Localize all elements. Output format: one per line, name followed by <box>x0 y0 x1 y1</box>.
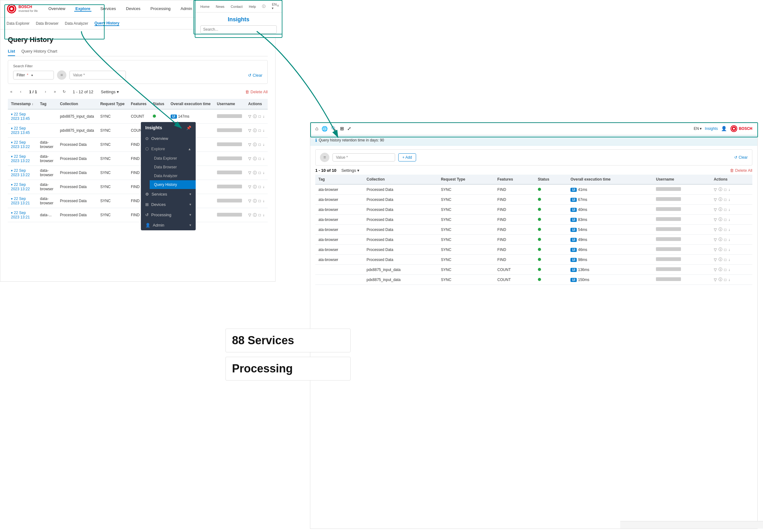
right-filter-action-icon-7[interactable]: ▽ <box>714 258 717 262</box>
expand-icon-0[interactable]: ▾ <box>11 112 13 116</box>
expand-icon-7[interactable]: ▾ <box>11 211 13 215</box>
right-download-action-icon-6[interactable]: ↓ <box>728 247 730 252</box>
right-grid-icon[interactable]: ⊞ <box>340 126 344 132</box>
timestamp-link-3[interactable]: 22 Sep 2023 13:22 <box>11 154 30 163</box>
right-copy-action-icon-0[interactable]: □ <box>724 187 726 192</box>
insights-search-input[interactable] <box>200 25 277 34</box>
nav-admin[interactable]: Admin <box>179 6 193 12</box>
nav-processing[interactable]: Processing <box>149 6 172 12</box>
timestamp-link-0[interactable]: 22 Sep 2023 13:45 <box>11 112 30 121</box>
right-search-icon[interactable]: 🔍 <box>331 126 337 132</box>
filter-action-icon-0[interactable]: ▽ <box>248 114 251 119</box>
right-copy-action-icon-2[interactable]: □ <box>724 208 726 212</box>
right-info-action-icon-5[interactable]: ⓘ <box>718 237 722 242</box>
right-download-action-icon-2[interactable]: ↓ <box>728 208 730 212</box>
sidebar-item-processing[interactable]: ↺ Processing ▾ <box>141 210 196 220</box>
copy-action-icon-3[interactable]: □ <box>259 156 261 161</box>
right-copy-action-icon-7[interactable]: □ <box>724 258 726 262</box>
sidebar-item-explore[interactable]: ⬡ Explore ▲ <box>141 144 196 154</box>
info-action-icon-3[interactable]: ⓘ <box>253 156 257 161</box>
right-copy-action-icon-1[interactable]: □ <box>724 198 726 202</box>
right-info-action-icon-6[interactable]: ⓘ <box>718 247 722 252</box>
sidebar-item-devices[interactable]: ⊞ Devices ▾ <box>141 199 196 210</box>
filter-action-icon-7[interactable]: ▽ <box>248 213 251 217</box>
expand-icon-3[interactable]: ▾ <box>11 155 13 158</box>
copy-action-icon-2[interactable]: □ <box>259 142 261 147</box>
right-copy-action-icon-4[interactable]: □ <box>724 227 726 232</box>
right-copy-action-icon-9[interactable]: □ <box>724 278 726 282</box>
refresh-btn[interactable]: ↻ <box>61 88 68 95</box>
timestamp-link-4[interactable]: 22 Sep 2023 13:22 <box>11 168 30 177</box>
right-download-action-icon-4[interactable]: ↓ <box>728 227 730 232</box>
lang-selector[interactable]: EN ▾ <box>694 127 702 131</box>
right-info-action-icon-0[interactable]: ⓘ <box>718 187 722 192</box>
sidebar-item-overview[interactable]: ⊙ Overview <box>141 133 196 144</box>
sidebar-sub-data-browser[interactable]: Data Browser <box>150 163 196 171</box>
filter-select[interactable]: Filter * <box>13 71 54 79</box>
sidebar-sub-query-history[interactable]: Query History <box>150 180 196 189</box>
right-info-action-icon-7[interactable]: ⓘ <box>718 257 722 262</box>
info-action-icon-0[interactable]: ⓘ <box>253 114 257 119</box>
nav-devices[interactable]: Devices <box>125 6 142 12</box>
sidebar-item-admin[interactable]: 👤 Admin ▾ <box>141 220 196 230</box>
right-download-action-icon-0[interactable]: ↓ <box>728 187 730 192</box>
right-info-action-icon-1[interactable]: ⓘ <box>718 197 722 202</box>
right-value-input[interactable] <box>333 153 395 161</box>
right-copy-action-icon-3[interactable]: □ <box>724 218 726 222</box>
subnav-data-analyzer[interactable]: Data Analyzer <box>65 21 88 26</box>
first-page-btn[interactable]: « <box>8 88 15 95</box>
expand-icon-1[interactable]: ▾ <box>11 127 13 130</box>
timestamp-link-1[interactable]: 22 Sep 2023 13:45 <box>11 126 30 135</box>
right-filter-action-icon-9[interactable]: ▽ <box>714 278 717 282</box>
info-action-icon-7[interactable]: ⓘ <box>253 213 257 218</box>
filter-action-icon-1[interactable]: ▽ <box>248 128 251 133</box>
download-action-icon-0[interactable]: ↓ <box>263 114 265 119</box>
subnav-query-history[interactable]: Query History <box>95 21 119 26</box>
right-download-action-icon-8[interactable]: ↓ <box>728 268 730 272</box>
download-action-icon-7[interactable]: ↓ <box>263 213 265 217</box>
right-info-action-icon-8[interactable]: ⓘ <box>718 267 722 272</box>
pin-icon[interactable]: 📌 <box>186 126 191 130</box>
expand-icon-6[interactable]: ▾ <box>11 197 13 201</box>
right-info-action-icon-3[interactable]: ⓘ <box>718 217 722 222</box>
right-user-icon[interactable]: 👤 <box>721 126 727 132</box>
last-page-btn[interactable]: » <box>52 88 58 95</box>
right-filter-action-icon-6[interactable]: ▽ <box>714 247 717 252</box>
add-button[interactable]: + Add <box>398 153 416 161</box>
right-filter-action-icon-0[interactable]: ▽ <box>714 187 717 192</box>
right-download-action-icon-1[interactable]: ↓ <box>728 198 730 202</box>
insights-link[interactable]: Insights <box>705 127 717 131</box>
right-home-icon[interactable]: ⌂ <box>315 126 318 132</box>
expand-icon-4[interactable]: ▾ <box>11 169 13 172</box>
copy-action-icon-5[interactable]: □ <box>259 185 261 189</box>
info-action-icon-4[interactable]: ⓘ <box>253 170 257 176</box>
download-action-icon-5[interactable]: ↓ <box>263 185 265 189</box>
next-page-btn[interactable]: › <box>42 88 49 95</box>
insights-close-button[interactable]: × <box>277 3 279 8</box>
info-action-icon-2[interactable]: ⓘ <box>253 142 257 147</box>
right-filter-action-icon-1[interactable]: ▽ <box>714 198 717 202</box>
copy-action-icon-6[interactable]: □ <box>259 199 261 203</box>
info-action-icon-6[interactable]: ⓘ <box>253 198 257 204</box>
filter-action-icon-5[interactable]: ▽ <box>248 185 251 189</box>
topbar-home[interactable]: Home <box>200 5 209 8</box>
right-expand-icon[interactable]: ⤢ <box>347 126 351 132</box>
right-filter-action-icon-2[interactable]: ▽ <box>714 208 717 212</box>
right-copy-action-icon-5[interactable]: □ <box>724 237 726 242</box>
right-filter-action-icon-3[interactable]: ▽ <box>714 218 717 222</box>
right-info-action-icon-2[interactable]: ⓘ <box>718 207 722 212</box>
right-download-action-icon-7[interactable]: ↓ <box>728 258 730 262</box>
topbar-lang[interactable]: EN ▾ <box>272 3 277 10</box>
tab-list[interactable]: List <box>8 49 15 56</box>
nav-overview[interactable]: Overview <box>47 6 67 12</box>
timestamp-link-5[interactable]: 22 Sep 2023 13:22 <box>11 182 30 191</box>
settings-button[interactable]: Settings ▾ <box>101 90 119 94</box>
filter-action-icon-4[interactable]: ▽ <box>248 171 251 175</box>
subnav-data-browser[interactable]: Data Browser <box>36 21 58 26</box>
right-clear-button[interactable]: ↺ Clear <box>734 155 748 160</box>
tab-chart[interactable]: Query History Chart <box>21 49 57 56</box>
right-filter-action-icon-4[interactable]: ▽ <box>714 227 717 232</box>
download-action-icon-3[interactable]: ↓ <box>263 156 265 161</box>
right-globe-icon[interactable]: 🌐 <box>322 126 328 132</box>
copy-action-icon-4[interactable]: □ <box>259 171 261 175</box>
